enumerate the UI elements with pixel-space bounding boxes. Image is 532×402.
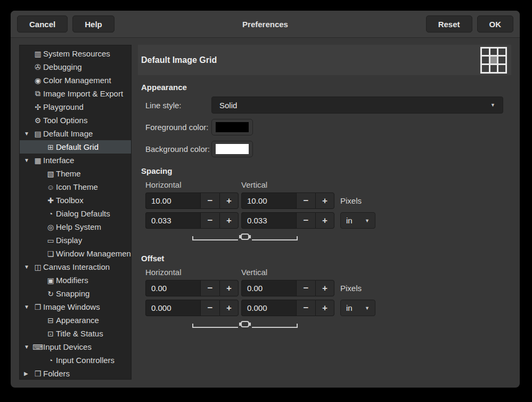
chevron-down-icon: ▼ [365, 305, 370, 311]
spacing-horizontal-pixels-input[interactable] [145, 192, 200, 209]
expander-down-icon[interactable]: ▼ [23, 304, 32, 310]
plus-button[interactable]: + [219, 280, 239, 296]
sidebar-item-snapping[interactable]: ↻Snapping [20, 287, 131, 300]
expander-down-icon[interactable]: ▼ [23, 131, 32, 136]
chevron-down-icon: ▼ [365, 218, 370, 223]
preferences-dialog: Cancel Help Preferences Reset OK ▥System… [11, 11, 520, 388]
spacing-unit-dropdown[interactable]: in ▼ [340, 212, 375, 229]
sidebar-item-color-management[interactable]: ◉Color Management [20, 74, 131, 87]
reset-button[interactable]: Reset [426, 15, 472, 33]
spacing-horizontal-pixels-spinner: − + [145, 192, 239, 209]
minus-button[interactable]: − [296, 212, 315, 229]
sidebar-item-canvas-interaction[interactable]: ▼◫Canvas Interaction [20, 260, 131, 274]
offset-vertical-unit-input[interactable] [241, 300, 296, 316]
plus-button[interactable]: + [219, 300, 239, 316]
minus-button[interactable]: − [296, 192, 315, 209]
icon-theme-icon: ☺ [45, 183, 56, 191]
offset-units-row: − + − + in ▼ [145, 300, 511, 316]
line-style-label: Line style: [145, 101, 211, 110]
foreground-color-button[interactable] [211, 119, 253, 135]
background-color-button[interactable] [211, 141, 253, 157]
dialog-body: ▥System Resources✇Debugging◉Color Manage… [11, 38, 520, 387]
cancel-button[interactable]: Cancel [17, 15, 68, 33]
help-button[interactable]: Help [72, 15, 114, 33]
sidebar-item-toolbox[interactable]: ✚Toolbox [20, 194, 131, 207]
debugging-icon: ✇ [32, 63, 43, 71]
sidebar-item-image-import-export[interactable]: ⧉Image Import & Export [20, 87, 131, 100]
sidebar-item-folders[interactable]: ▶❒Folders [20, 367, 131, 380]
sidebar-item-display[interactable]: ▭Display [20, 234, 131, 247]
sidebar-item-system-resources[interactable]: ▥System Resources [20, 47, 131, 60]
sidebar-item-dialog-defaults[interactable]: ◔Dialog Defaults [20, 207, 131, 220]
system-resources-icon: ▥ [32, 50, 43, 58]
sidebar-item-appearance[interactable]: ⊟Appearance [20, 313, 131, 327]
input-devices-icon: ⌨ [32, 343, 43, 351]
plus-button[interactable]: + [315, 212, 334, 229]
sidebar-item-tool-options[interactable]: ⚙Tool Options [20, 114, 131, 127]
expander-down-icon[interactable]: ▼ [23, 264, 32, 270]
offset-horizontal-pixels-spinner: − + [145, 280, 239, 296]
expander-right-icon[interactable]: ▶ [23, 371, 32, 376]
line-style-row: Line style: Solid ▼ [145, 97, 503, 114]
sidebar-item-input-controllers[interactable]: ◔Input Controllers [20, 353, 131, 367]
sidebar-item-interface[interactable]: ▼▦Interface [20, 154, 131, 167]
spacing-horizontal-label: Horizontal [145, 180, 241, 189]
plus-button[interactable]: + [315, 300, 334, 316]
offset-unit-dropdown[interactable]: in ▼ [340, 300, 375, 316]
sidebar-item-label: Playground [43, 102, 84, 111]
sidebar-item-window-management[interactable]: ❏Window Management [20, 247, 131, 260]
spacing-vertical-pixels-input[interactable] [241, 192, 296, 209]
minus-button[interactable]: − [200, 192, 219, 209]
line-style-dropdown[interactable]: Solid ▼ [211, 97, 503, 114]
sidebar-item-label: Dialog Defaults [56, 209, 110, 218]
sidebar-item-theme[interactable]: ▧Theme [20, 167, 131, 180]
ok-button[interactable]: OK [477, 15, 514, 33]
foreground-color-swatch [216, 122, 249, 132]
minus-button[interactable]: − [200, 300, 219, 316]
sidebar-item-playground[interactable]: ✣Playground [20, 100, 131, 114]
sidebar-item-modifiers[interactable]: ▣Modifiers [20, 274, 131, 287]
sidebar-item-label: Image Import & Export [43, 89, 123, 98]
sidebar-item-icon-theme[interactable]: ☺Icon Theme [20, 180, 131, 194]
sidebar-item-image-windows[interactable]: ▼❐Image Windows [20, 300, 131, 313]
minus-button[interactable]: − [200, 212, 219, 229]
sidebar-item-label: Canvas Interaction [43, 262, 110, 271]
spacing-heading: Spacing [141, 166, 511, 175]
foreground-color-label: Foreground color: [145, 123, 211, 132]
display-icon: ▭ [45, 236, 56, 245]
offset-pixels-unit-label: Pixels [340, 284, 362, 293]
sidebar-item-label: System Resources [43, 49, 110, 58]
spacing-vertical-unit-spinner: − + [241, 212, 334, 229]
sidebar-item-input-devices[interactable]: ▼⌨Input Devices [20, 340, 131, 353]
plus-button[interactable]: + [315, 280, 334, 296]
spacing-vertical-unit-input[interactable] [241, 212, 296, 229]
chain-broken-icon [239, 233, 251, 240]
offset-vertical-pixels-input[interactable] [241, 280, 296, 296]
offset-horizontal-unit-input[interactable] [145, 300, 200, 316]
offset-horizontal-label: Horizontal [145, 268, 241, 277]
spacing-pixels-row: − + − + Pixels [145, 192, 511, 209]
appearance-icon: ⊟ [45, 316, 56, 325]
offset-horizontal-pixels-input[interactable] [145, 280, 200, 296]
sidebar-item-debugging[interactable]: ✇Debugging [20, 60, 131, 74]
minus-button[interactable]: − [296, 300, 315, 316]
expander-down-icon[interactable]: ▼ [23, 344, 32, 350]
sidebar-item-default-grid[interactable]: ⊞Default Grid [20, 140, 131, 154]
minus-button[interactable]: − [296, 280, 315, 296]
sidebar-item-help-system[interactable]: ◎Help System [20, 220, 131, 234]
offset-chain-toggle[interactable] [192, 319, 511, 328]
expander-down-icon[interactable]: ▼ [23, 157, 32, 163]
sidebar-item-default-image[interactable]: ▼▤Default Image [20, 127, 131, 140]
offset-horizontal-unit-spinner: − + [145, 300, 239, 316]
plus-button[interactable]: + [219, 192, 239, 209]
sidebar-item-label: Folders [43, 369, 70, 378]
sidebar-item-title-status[interactable]: ⊡Title & Status [20, 327, 131, 340]
plus-button[interactable]: + [315, 192, 334, 209]
spacing-chain-toggle[interactable] [192, 232, 511, 240]
plus-button[interactable]: + [219, 212, 239, 229]
sidebar-item-label: Icon Theme [56, 182, 98, 191]
minus-button[interactable]: − [200, 280, 219, 296]
header-left-buttons: Cancel Help [17, 15, 114, 33]
spacing-horizontal-unit-input[interactable] [145, 212, 200, 229]
panel-header: Default Image Grid [138, 45, 511, 75]
